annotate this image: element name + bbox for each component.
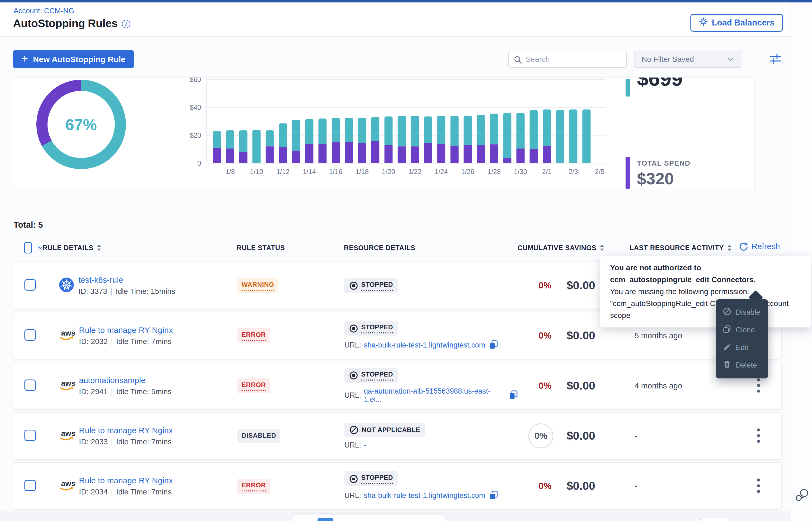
savings-total-value: $699 (637, 77, 683, 90)
context-menu-label: Edit (736, 343, 748, 352)
resource-url-link[interactable]: sha-bulk-rule-test-1.lightwingtest.com (364, 341, 485, 349)
resource-state-badge: STOPPED (344, 368, 398, 383)
svg-text:1/24: 1/24 (435, 168, 448, 175)
donut-percent-label: 67% (36, 80, 126, 169)
context-menu-item-disable[interactable]: Disable (715, 303, 768, 321)
savings-legend-marker (625, 79, 630, 96)
refresh-label: Refresh (751, 242, 780, 251)
resource-url-link[interactable]: qa-automation-alb-515563988.us-east-1.el… (364, 387, 505, 404)
svg-text:2/5: 2/5 (595, 168, 604, 175)
resource-state-badge: NOT APPLICABLE (344, 423, 425, 437)
search-icon (514, 55, 522, 64)
savings-amount: $0.00 (567, 329, 595, 342)
filter-sliders-button[interactable] (768, 51, 783, 66)
tooltip-line: "ccm_autoStoppingRule_edit Connectors" i… (610, 298, 802, 321)
rule-meta: ID: 2034|Idle Time: 7mins (79, 488, 173, 496)
copy-url-button[interactable] (489, 340, 498, 350)
saved-filter-value: No Filter Saved (642, 55, 694, 64)
context-menu-item-edit[interactable]: Edit (715, 339, 768, 357)
chevron-down-icon[interactable] (38, 246, 43, 250)
svg-text:aws: aws (61, 379, 74, 387)
pagination-active-page[interactable] (318, 518, 333, 521)
resource-url-link[interactable]: - (364, 441, 366, 449)
copy-url-button[interactable] (509, 390, 518, 401)
column-header-last-resource-activity[interactable]: LAST RESOURCE ACTIVITY (629, 244, 735, 252)
saved-filter-dropdown[interactable]: No Filter Saved (634, 51, 742, 68)
row-checkbox[interactable] (24, 279, 36, 291)
plus-icon: + (21, 53, 28, 65)
refresh-button[interactable]: Refresh (739, 242, 780, 251)
sort-icon (97, 244, 102, 252)
row-actions-button[interactable] (755, 376, 762, 396)
last-activity: - (630, 482, 736, 491)
page-title: AutoStopping Rules (13, 17, 117, 30)
column-header-rule-details[interactable]: RULE DETAILS (43, 244, 237, 252)
rule-meta: ID: 2033|Idle Time: 7mins (79, 437, 173, 446)
svg-text:0: 0 (197, 159, 201, 167)
url-prefix: URL: (344, 492, 361, 500)
load-balancers-label: Load Balancers (712, 18, 774, 28)
copy-icon (489, 340, 498, 350)
row-checkbox[interactable] (24, 430, 36, 441)
svg-text:2/1: 2/1 (542, 168, 552, 175)
stopped-icon (349, 371, 358, 380)
spend-legend-marker (625, 157, 630, 189)
row-checkbox[interactable] (24, 380, 36, 391)
rule-name-link[interactable]: Rule to manage RY Nginx (79, 426, 173, 435)
page-header: Account: CCM-NG AutoStopping Rules i Loa… (0, 2, 791, 37)
rule-meta: ID: 2032|Idle Time: 7mins (79, 337, 173, 346)
aws-icon: aws (59, 378, 74, 393)
rule-status-badge: ERROR (237, 479, 270, 494)
rule-name-link[interactable]: Rule to manage RY Nginx (79, 325, 173, 335)
aws-icon: aws (59, 428, 74, 443)
savings-amount: $0.00 (567, 429, 595, 443)
provider-icon-wrap: aws (59, 378, 74, 394)
breadcrumb-account[interactable]: Account: CCM-NG (14, 7, 74, 15)
rule-name-link[interactable]: test-k8s-rule (79, 275, 123, 285)
pagination-next-button[interactable] (700, 518, 732, 521)
new-rule-label: New AutoStopping Rule (33, 55, 126, 64)
select-all-checkbox[interactable] (24, 242, 32, 253)
row-actions-button[interactable] (755, 426, 762, 446)
svg-text:1/30: 1/30 (514, 168, 527, 175)
rule-name-link[interactable]: automationsample (79, 376, 146, 385)
total-spend-value: $320 (637, 169, 674, 188)
resource-url-line: URL: sha-bulk-rule-test-1.lightwingtest.… (344, 340, 498, 350)
table-header-row: RULE DETAILS RULE STATUS RESOURCE DETAIL… (13, 238, 782, 257)
permission-tooltip: You are not authorized to ccm_autostoppi… (600, 256, 811, 327)
autostopping-rules-page: Account: CCM-NG AutoStopping Rules i Loa… (0, 0, 812, 521)
provider-icon-wrap: aws (59, 478, 74, 494)
context-menu-label: Clone (736, 326, 755, 334)
search-box (508, 51, 627, 68)
rule-meta: ID: 2941|Idle Time: 5mins (79, 387, 172, 396)
savings-percent: 0% (528, 280, 552, 291)
svg-text:1/22: 1/22 (408, 168, 422, 175)
svg-text:aws: aws (61, 479, 74, 488)
kubernetes-icon (59, 277, 74, 293)
copy-url-button[interactable] (489, 490, 498, 501)
resource-state-badge: STOPPED (344, 321, 398, 336)
kebab-menu-icon (757, 478, 760, 494)
total-spend-label: TOTAL SPEND (637, 159, 690, 167)
svg-text:1/16: 1/16 (329, 168, 342, 175)
page-title-row: AutoStopping Rules i (13, 17, 130, 30)
help-chat-button[interactable] (795, 488, 810, 502)
resource-url-link[interactable]: sha-bulk-rule-test-1.lightwingtest.com (364, 492, 485, 500)
provider-icon-wrap: aws (59, 327, 74, 344)
svg-text:aws: aws (61, 429, 74, 437)
context-menu-item-delete[interactable]: Delete (715, 357, 768, 374)
svg-text:1/12: 1/12 (276, 168, 290, 175)
row-checkbox[interactable] (24, 330, 36, 341)
row-checkbox[interactable] (24, 480, 36, 491)
search-input[interactable] (509, 51, 626, 67)
sort-icon (727, 244, 732, 252)
column-header-cumulative-savings[interactable]: CUMULATIVE SAVINGS (517, 244, 629, 252)
row-actions-button[interactable] (755, 476, 762, 496)
copy-icon (509, 390, 518, 400)
load-balancers-button[interactable]: Load Balancers (690, 14, 783, 32)
new-autostopping-rule-button[interactable]: + New AutoStopping Rule (13, 50, 134, 68)
url-prefix: URL: (344, 341, 361, 349)
rule-name-link[interactable]: Rule to manage RY Nginx (79, 476, 173, 485)
context-menu-item-clone[interactable]: Clone (715, 321, 768, 339)
info-icon[interactable]: i (122, 20, 130, 28)
